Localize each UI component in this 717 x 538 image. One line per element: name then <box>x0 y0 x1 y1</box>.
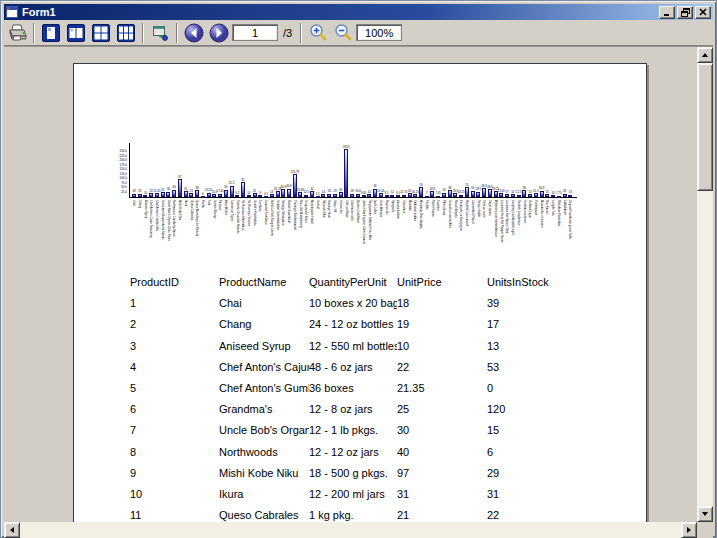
category-label: Chef Anton's Cajun Seasoning <box>149 200 153 238</box>
toolbar-separator <box>142 23 144 43</box>
next-page-button[interactable] <box>207 22 231 44</box>
table-cell: 12 - 12 oz jars <box>309 446 397 458</box>
table-cell: 18 <box>397 297 487 309</box>
category-label: Perth Pasties <box>430 200 434 217</box>
page-total-label: /3 <box>279 27 296 39</box>
category-label: Laughing Lumberjack Lager <box>511 200 515 235</box>
table-cell: 3 <box>130 340 219 352</box>
report-table-header: ProductIDProductNameQuantityPerUnitUnitP… <box>130 276 610 297</box>
bar <box>276 191 280 197</box>
vertical-scrollbar[interactable] <box>697 47 713 522</box>
minimize-button[interactable] <box>659 6 675 19</box>
category-label: Steeleye Stout <box>327 200 331 218</box>
category-label: Maxilaku <box>408 200 412 211</box>
zoom-out-button[interactable] <box>331 22 355 44</box>
category-label: Jack's New England Clam Chowder <box>362 200 366 244</box>
restore-button[interactable] <box>677 6 693 19</box>
bar <box>258 195 262 197</box>
category-label: Chocolade <box>402 200 406 213</box>
category-label: Inlagd Sill <box>333 200 337 212</box>
category-label: Ipoh Coffee <box>373 200 377 214</box>
table-cell: Mishi Kobe Niku <box>219 467 309 479</box>
table-cell: 11 <box>130 509 219 521</box>
toolbar-separator <box>33 23 35 43</box>
table-cell: 24 - 12 oz bottles <box>309 318 397 330</box>
table-cell: 5 <box>130 382 219 394</box>
bar <box>402 195 406 197</box>
table-cell: 4 <box>130 361 219 373</box>
title-bar[interactable]: Form1 <box>4 4 713 20</box>
table-cell: 53 <box>487 361 590 373</box>
four-page-view-button[interactable] <box>89 22 113 44</box>
column-header: ProductID <box>130 276 219 288</box>
category-label: Valkoinen suklaa <box>413 200 417 221</box>
table-cell: Chef Anton's Cajun <box>219 361 309 373</box>
one-page-view-button[interactable] <box>39 22 63 44</box>
table-cell: 12 - 8 oz jars <box>309 403 397 415</box>
category-label: Thüringer Rostbratwurst <box>293 200 297 230</box>
table-cell: 31 <box>397 488 487 500</box>
bar-value-label: 13 <box>560 191 580 194</box>
arrow-left-icon <box>10 527 14 533</box>
bar-value-label: 97 <box>170 176 190 179</box>
horizontal-scrollbar[interactable] <box>4 522 697 538</box>
fit-page-button[interactable] <box>148 22 172 44</box>
category-label: Gnocchi di nonna Alice <box>448 200 452 228</box>
category-label: Sir Rodney's Scones <box>247 200 251 226</box>
table-row: 1Chai10 boxes x 20 bags1839 <box>130 297 610 318</box>
category-label: Spegesild <box>390 200 394 212</box>
category-label: Manjimup Dried Apples <box>419 200 423 229</box>
bar <box>459 195 463 197</box>
bar-value-label: 46 <box>365 185 385 188</box>
y-tick-label: 200.0 <box>111 159 127 162</box>
restore-icon <box>681 8 690 17</box>
table-cell: 10 <box>130 488 219 500</box>
print-button[interactable] <box>5 22 29 44</box>
vertical-scroll-thumb[interactable] <box>697 63 713 191</box>
category-label: Rhönbräu Klosterbier <box>557 200 561 226</box>
bar <box>316 196 320 198</box>
zoom-level-input[interactable] <box>356 24 402 41</box>
category-label: Lakkalikööri <box>563 200 567 215</box>
bar-value-label: 53 <box>411 184 431 187</box>
scroll-up-button[interactable] <box>697 47 713 63</box>
category-label: Mascarpone Fabioli <box>310 200 314 224</box>
category-label: Konbu <box>201 200 205 208</box>
category-label: Filo Mix <box>425 200 429 210</box>
category-label: Queso Manchego La Pastora <box>195 200 199 236</box>
close-icon <box>699 8 707 16</box>
scroll-right-button[interactable] <box>681 522 697 538</box>
six-page-view-button[interactable] <box>114 22 138 44</box>
zoom-in-button[interactable] <box>306 22 330 44</box>
chart-x-axis <box>129 197 577 198</box>
bar <box>327 194 331 197</box>
category-label: Northwoods Cranberry Sauce <box>172 200 176 237</box>
table-row: 10Ikura12 - 200 ml jars3131 <box>130 488 610 509</box>
previous-page-button[interactable] <box>182 22 206 44</box>
table-cell: 2 <box>130 318 219 330</box>
category-label: Camembert Pierrot <box>471 200 475 224</box>
table-cell: 22 <box>397 361 487 373</box>
table-cell: 39 <box>487 297 590 309</box>
category-label: Louisiana Fiery Hot Pepper Sauce <box>499 200 503 243</box>
bar <box>333 194 337 197</box>
table-cell: 36 boxes <box>309 382 397 394</box>
table-cell: 29 <box>487 467 590 479</box>
category-label: Grandma's Boysenberry Spread <box>161 200 165 240</box>
table-cell: 18 - 500 g pkgs. <box>309 467 397 479</box>
bar <box>385 195 389 197</box>
previous-page-icon <box>184 23 204 43</box>
bar <box>568 195 572 197</box>
two-page-view-button[interactable] <box>64 22 88 44</box>
bar <box>155 193 159 197</box>
table-cell: Chai <box>219 297 309 309</box>
close-button[interactable] <box>695 6 711 19</box>
category-label: Chartreuse verte <box>350 200 354 221</box>
table-cell: 10 <box>397 340 487 352</box>
category-label: Gustaf's Knäckebröd <box>253 200 257 226</box>
column-header: QuantityPerUnit <box>309 276 397 288</box>
page-number-input[interactable] <box>232 24 278 41</box>
scroll-left-button[interactable] <box>4 522 20 538</box>
scroll-down-button[interactable] <box>697 506 713 522</box>
zoom-out-icon <box>334 23 353 42</box>
